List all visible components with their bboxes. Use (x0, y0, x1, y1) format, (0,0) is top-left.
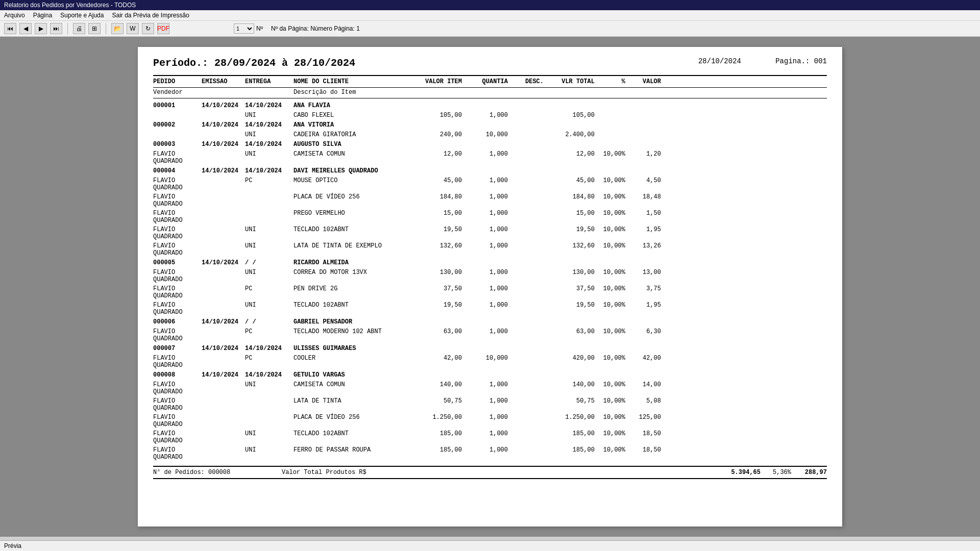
order-emissao: 14/10/2024 (202, 102, 245, 109)
order-emissao: 14/10/2024 (202, 318, 245, 325)
item-descricao: PREGO VERMELHO (293, 210, 416, 224)
order-entrega: 14/10/2024 (245, 121, 293, 129)
item-unidade: UNI (245, 242, 293, 257)
sub-emissao-blank (202, 89, 245, 96)
nav-last-btn[interactable]: ⏭ (50, 23, 62, 34)
item-vendedor (153, 131, 202, 138)
item-vlr-total: 50,75 (544, 397, 595, 412)
sub-blank1 (416, 89, 462, 96)
open-btn[interactable]: 📂 (111, 23, 124, 34)
item-vendedor: FLAVIO QUADRADO (153, 226, 202, 240)
item-valor: 63,00 (416, 328, 462, 342)
item-unidade (245, 210, 293, 224)
item-vendedor: FLAVIO QUADRADO (153, 328, 202, 342)
item-row: UNI CABO FLEXEL 105,00 1,000 105,00 (153, 111, 827, 120)
item-descricao: TECLADO 102ABNT (293, 430, 416, 444)
order-header-row: 000005 14/10/2024 / / RICARDO ALMEIDA (153, 258, 827, 268)
item-unidade: UNI (245, 131, 293, 138)
item-emissao-blank (202, 446, 245, 461)
item-valor-com: 13,26 (625, 242, 661, 257)
menu-pagina[interactable]: Página (33, 12, 52, 19)
item-quantia: 1,000 (462, 414, 508, 428)
report-page: Período.: 28/09/2024 à 28/10/2024 28/10/… (138, 47, 842, 527)
order-id: 000004 (153, 167, 202, 174)
page-select[interactable]: 1 (234, 23, 254, 34)
item-pct: 10,00% (595, 285, 625, 299)
item-emissao-blank (202, 414, 245, 428)
menu-bar: Arquivo Página Suporte e Ajuda Sair da P… (0, 10, 980, 21)
item-descricao: MOUSE OPTICO (293, 177, 416, 191)
col-sub-headers: Vendedor Descrição do Item (153, 88, 827, 98)
print-btn[interactable]: 🖨 (73, 23, 85, 34)
item-pct: 10,00% (595, 210, 625, 224)
menu-sair[interactable]: Sair da Prévia de Impressão (112, 12, 189, 19)
order-entrega: / / (245, 259, 293, 266)
item-unidade: PC (245, 328, 293, 342)
toolbar: ⏮ ◀ ▶ ⏭ 🖨 ⊞ 📂 W ↻ PDF 1 Nº Nº da Página:… (0, 21, 980, 37)
item-valor-com: 125,00 (625, 414, 661, 428)
item-vendedor: FLAVIO QUADRADO (153, 355, 202, 369)
word-btn[interactable]: W (127, 23, 139, 34)
item-emissao-blank (202, 302, 245, 316)
item-descricao: COOLER (293, 355, 416, 369)
nav-prev-btn[interactable]: ◀ (19, 23, 32, 34)
order-header-row: 000002 14/10/2024 14/10/2024 ANA VITORIA (153, 120, 827, 130)
item-valor-com: 5,08 (625, 397, 661, 412)
summary-left: N° de Pedidos: 000008 Valor Total Produt… (153, 469, 709, 476)
item-pct: 10,00% (595, 302, 625, 316)
item-valor-com: 4,50 (625, 177, 661, 191)
item-pct: 10,00% (595, 414, 625, 428)
item-pct: 10,00% (595, 193, 625, 208)
nav-next-btn[interactable]: ▶ (35, 23, 47, 34)
item-vendedor: FLAVIO QUADRADO (153, 302, 202, 316)
menu-suporte[interactable]: Suporte e Ajuda (60, 12, 104, 19)
order-id: 000008 (153, 371, 202, 379)
nav-first-btn[interactable]: ⏮ (4, 23, 16, 34)
report-date: 28/10/2024 (698, 57, 741, 65)
order-cliente: AUGUSTO SILVA (293, 141, 827, 148)
item-descricao: PLACA DE VÍDEO 256 (293, 414, 416, 428)
item-vendedor: FLAVIO QUADRADO (153, 430, 202, 444)
refresh-btn[interactable]: ↻ (142, 23, 154, 34)
sep2 (106, 23, 106, 34)
item-vlr-total: 132,60 (544, 242, 595, 257)
item-pct: 10,00% (595, 355, 625, 369)
item-row: FLAVIO QUADRADO PC PEN DRIVE 2G 37,50 1,… (153, 284, 827, 300)
item-row: FLAVIO QUADRADO UNI TECLADO 102ABNT 19,5… (153, 300, 827, 317)
order-entrega: / / (245, 318, 293, 325)
item-unidade (245, 397, 293, 412)
item-pct: 10,00% (595, 381, 625, 395)
item-valor: 185,00 (416, 430, 462, 444)
item-vlr-total: 184,80 (544, 193, 595, 208)
item-valor-com: 18,48 (625, 193, 661, 208)
item-valor: 19,50 (416, 302, 462, 316)
order-emissao: 14/10/2024 (202, 345, 245, 352)
order-cliente: DAVI MEIRELLES QUADRADO (293, 167, 827, 174)
item-vlr-total: 12,00 (544, 151, 595, 165)
order-entrega: 14/10/2024 (245, 167, 293, 174)
item-valor-com: 18,50 (625, 446, 661, 461)
item-valor-com: 3,75 (625, 285, 661, 299)
order-emissao: 14/10/2024 (202, 121, 245, 129)
order-emissao: 14/10/2024 (202, 259, 245, 266)
report-period: Período.: 28/09/2024 à 28/10/2024 (153, 57, 355, 69)
item-unidade (245, 193, 293, 208)
col-valor: VALOR (625, 78, 661, 85)
item-vendedor: FLAVIO QUADRADO (153, 210, 202, 224)
item-descricao: LATA DE TINTA (293, 397, 416, 412)
item-emissao-blank (202, 193, 245, 208)
order-id: 000001 (153, 102, 202, 109)
item-desc (508, 381, 544, 395)
item-unidade (245, 414, 293, 428)
item-row: FLAVIO QUADRADO UNI TECLADO 102ABNT 19,5… (153, 225, 827, 241)
pdf-btn[interactable]: PDF (157, 23, 169, 34)
layout-btn[interactable]: ⊞ (88, 23, 101, 34)
report-page-num: Pagina.: 001 (775, 57, 827, 65)
item-vlr-total: 185,00 (544, 446, 595, 461)
item-quantia: 1,000 (462, 397, 508, 412)
report-meta: 28/10/2024 Pagina.: 001 (698, 57, 827, 65)
item-valor-com: 14,00 (625, 381, 661, 395)
menu-arquivo[interactable]: Arquivo (4, 12, 25, 19)
item-quantia: 1,000 (462, 226, 508, 240)
item-valor-com: 1,95 (625, 226, 661, 240)
